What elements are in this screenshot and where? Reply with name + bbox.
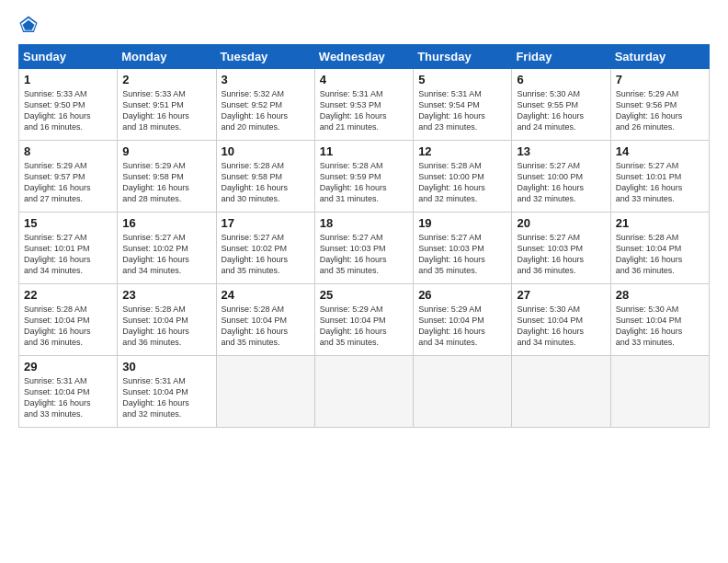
weekday-header-saturday: Saturday [610, 45, 709, 69]
day-cell: 23Sunrise: 5:28 AM Sunset: 10:04 PM Dayl… [118, 284, 216, 356]
day-cell [216, 356, 314, 428]
day-info: Sunrise: 5:29 AM Sunset: 10:04 PM Daylig… [418, 304, 506, 349]
week-row-2: 8Sunrise: 5:29 AM Sunset: 9:57 PM Daylig… [19, 141, 710, 213]
day-info: Sunrise: 5:27 AM Sunset: 10:03 PM Daylig… [418, 232, 506, 277]
calendar: SundayMondayTuesdayWednesdayThursdayFrid… [18, 44, 710, 428]
day-cell: 30Sunrise: 5:31 AM Sunset: 10:04 PM Dayl… [118, 356, 216, 428]
day-number: 20 [517, 216, 605, 230]
day-info: Sunrise: 5:29 AM Sunset: 10:04 PM Daylig… [320, 304, 408, 349]
day-number: 28 [616, 288, 704, 302]
logo-icon [18, 15, 39, 35]
day-info: Sunrise: 5:30 AM Sunset: 10:04 PM Daylig… [616, 304, 704, 349]
weekday-header-row: SundayMondayTuesdayWednesdayThursdayFrid… [19, 45, 710, 69]
day-number: 2 [122, 73, 210, 86]
day-cell: 20Sunrise: 5:27 AM Sunset: 10:03 PM Dayl… [512, 213, 610, 284]
day-info: Sunrise: 5:27 AM Sunset: 10:01 PM Daylig… [24, 232, 112, 277]
day-cell: 19Sunrise: 5:27 AM Sunset: 10:03 PM Dayl… [414, 213, 512, 284]
day-number: 11 [320, 144, 408, 158]
day-cell [414, 356, 512, 428]
day-info: Sunrise: 5:28 AM Sunset: 10:04 PM Daylig… [222, 304, 310, 349]
page: SundayMondayTuesdayWednesdayThursdayFrid… [0, 0, 728, 563]
day-cell: 18Sunrise: 5:27 AM Sunset: 10:03 PM Dayl… [314, 213, 413, 284]
day-info: Sunrise: 5:33 AM Sunset: 9:50 PM Dayligh… [24, 88, 112, 133]
day-number: 17 [222, 216, 310, 230]
day-cell: 8Sunrise: 5:29 AM Sunset: 9:57 PM Daylig… [19, 141, 118, 213]
weekday-header-friday: Friday [512, 45, 610, 69]
day-number: 19 [418, 216, 506, 230]
day-number: 5 [418, 73, 506, 86]
day-info: Sunrise: 5:31 AM Sunset: 10:04 PM Daylig… [24, 375, 112, 420]
day-info: Sunrise: 5:27 AM Sunset: 10:02 PM Daylig… [222, 232, 310, 277]
day-number: 10 [222, 144, 310, 158]
day-number: 16 [122, 216, 210, 230]
weekday-header-sunday: Sunday [19, 45, 118, 69]
day-cell: 4Sunrise: 5:31 AM Sunset: 9:53 PM Daylig… [314, 69, 413, 141]
day-number: 13 [517, 144, 605, 158]
day-cell: 7Sunrise: 5:29 AM Sunset: 9:56 PM Daylig… [610, 69, 709, 141]
day-cell: 24Sunrise: 5:28 AM Sunset: 10:04 PM Dayl… [216, 284, 314, 356]
day-number: 3 [222, 73, 310, 86]
day-info: Sunrise: 5:30 AM Sunset: 9:55 PM Dayligh… [517, 88, 605, 133]
day-info: Sunrise: 5:27 AM Sunset: 10:02 PM Daylig… [122, 232, 210, 277]
day-cell: 5Sunrise: 5:31 AM Sunset: 9:54 PM Daylig… [414, 69, 512, 141]
day-info: Sunrise: 5:29 AM Sunset: 9:58 PM Dayligh… [122, 160, 210, 205]
day-cell: 1Sunrise: 5:33 AM Sunset: 9:50 PM Daylig… [19, 69, 118, 141]
day-info: Sunrise: 5:27 AM Sunset: 10:00 PM Daylig… [517, 160, 605, 205]
day-cell: 13Sunrise: 5:27 AM Sunset: 10:00 PM Dayl… [512, 141, 610, 213]
weekday-header-tuesday: Tuesday [216, 45, 314, 69]
day-cell [314, 356, 413, 428]
day-info: Sunrise: 5:28 AM Sunset: 9:58 PM Dayligh… [222, 160, 310, 205]
week-row-3: 15Sunrise: 5:27 AM Sunset: 10:01 PM Dayl… [19, 213, 710, 284]
day-cell: 27Sunrise: 5:30 AM Sunset: 10:04 PM Dayl… [512, 284, 610, 356]
weekday-header-thursday: Thursday [414, 45, 512, 69]
day-cell: 14Sunrise: 5:27 AM Sunset: 10:01 PM Dayl… [610, 141, 709, 213]
day-number: 24 [222, 288, 310, 302]
week-row-1: 1Sunrise: 5:33 AM Sunset: 9:50 PM Daylig… [19, 69, 710, 141]
day-number: 9 [122, 144, 210, 158]
day-number: 30 [122, 360, 210, 373]
day-number: 22 [24, 288, 112, 302]
day-number: 29 [24, 360, 112, 373]
week-row-5: 29Sunrise: 5:31 AM Sunset: 10:04 PM Dayl… [19, 356, 710, 428]
day-info: Sunrise: 5:27 AM Sunset: 10:03 PM Daylig… [517, 232, 605, 277]
day-number: 12 [418, 144, 506, 158]
day-info: Sunrise: 5:31 AM Sunset: 9:53 PM Dayligh… [320, 88, 408, 133]
day-cell: 12Sunrise: 5:28 AM Sunset: 10:00 PM Dayl… [414, 141, 512, 213]
day-info: Sunrise: 5:28 AM Sunset: 10:04 PM Daylig… [122, 304, 210, 349]
day-cell: 3Sunrise: 5:32 AM Sunset: 9:52 PM Daylig… [216, 69, 314, 141]
day-cell: 29Sunrise: 5:31 AM Sunset: 10:04 PM Dayl… [19, 356, 118, 428]
day-number: 21 [616, 216, 704, 230]
day-cell: 17Sunrise: 5:27 AM Sunset: 10:02 PM Dayl… [216, 213, 314, 284]
day-cell: 16Sunrise: 5:27 AM Sunset: 10:02 PM Dayl… [118, 213, 216, 284]
day-cell: 28Sunrise: 5:30 AM Sunset: 10:04 PM Dayl… [610, 284, 709, 356]
day-info: Sunrise: 5:31 AM Sunset: 10:04 PM Daylig… [122, 375, 210, 420]
day-info: Sunrise: 5:28 AM Sunset: 10:00 PM Daylig… [418, 160, 506, 205]
day-cell: 15Sunrise: 5:27 AM Sunset: 10:01 PM Dayl… [19, 213, 118, 284]
weekday-header-wednesday: Wednesday [314, 45, 413, 69]
day-cell: 9Sunrise: 5:29 AM Sunset: 9:58 PM Daylig… [118, 141, 216, 213]
day-info: Sunrise: 5:28 AM Sunset: 10:04 PM Daylig… [24, 304, 112, 349]
day-number: 18 [320, 216, 408, 230]
day-cell: 10Sunrise: 5:28 AM Sunset: 9:58 PM Dayli… [216, 141, 314, 213]
weekday-header-monday: Monday [118, 45, 216, 69]
day-cell: 2Sunrise: 5:33 AM Sunset: 9:51 PM Daylig… [118, 69, 216, 141]
day-cell [610, 356, 709, 428]
day-number: 7 [616, 73, 704, 86]
day-cell: 26Sunrise: 5:29 AM Sunset: 10:04 PM Dayl… [414, 284, 512, 356]
header [18, 15, 710, 35]
day-info: Sunrise: 5:27 AM Sunset: 10:01 PM Daylig… [616, 160, 704, 205]
day-cell: 6Sunrise: 5:30 AM Sunset: 9:55 PM Daylig… [512, 69, 610, 141]
day-cell: 25Sunrise: 5:29 AM Sunset: 10:04 PM Dayl… [314, 284, 413, 356]
day-info: Sunrise: 5:28 AM Sunset: 9:59 PM Dayligh… [320, 160, 408, 205]
logo [18, 15, 42, 35]
day-info: Sunrise: 5:33 AM Sunset: 9:51 PM Dayligh… [122, 88, 210, 133]
day-number: 6 [517, 73, 605, 86]
day-number: 27 [517, 288, 605, 302]
week-row-4: 22Sunrise: 5:28 AM Sunset: 10:04 PM Dayl… [19, 284, 710, 356]
day-info: Sunrise: 5:27 AM Sunset: 10:03 PM Daylig… [320, 232, 408, 277]
day-number: 4 [320, 73, 408, 86]
day-number: 14 [616, 144, 704, 158]
day-cell: 22Sunrise: 5:28 AM Sunset: 10:04 PM Dayl… [19, 284, 118, 356]
day-number: 8 [24, 144, 112, 158]
day-info: Sunrise: 5:32 AM Sunset: 9:52 PM Dayligh… [222, 88, 310, 133]
